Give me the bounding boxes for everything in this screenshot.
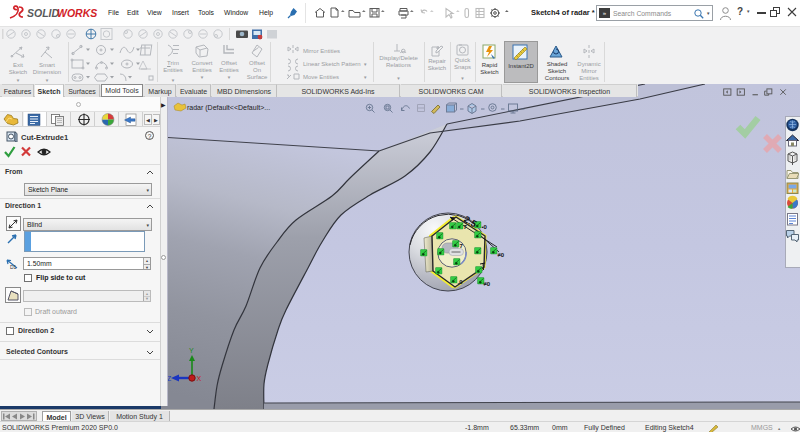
svg-text:≠0: ≠0: [484, 281, 491, 287]
svg-text:Y: Y: [189, 347, 194, 354]
svg-text:WORKS: WORKS: [57, 7, 97, 19]
svg-text:radar (Default<<Default>...: radar (Default<<Default>...: [187, 104, 270, 112]
svg-text:X: X: [197, 375, 202, 382]
svg-text:SOLID: SOLID: [27, 7, 60, 19]
svg-text:≠0: ≠0: [498, 252, 505, 258]
svg-text:D1: D1: [10, 264, 17, 270]
svg-text:.0: .0: [458, 279, 464, 285]
svg-text:•0: •0: [482, 224, 488, 230]
